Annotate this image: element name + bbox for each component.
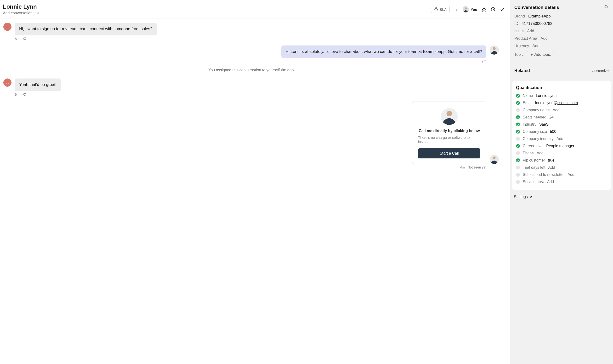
qualification-value: true [548, 158, 555, 162]
qualification-title: Qualification [516, 85, 607, 90]
qualification-label: Email [523, 101, 532, 105]
plus-icon [530, 53, 533, 56]
message-meta: 9m [3, 59, 486, 63]
message-inbound: LL Yeah that'd be great! [3, 78, 499, 91]
qualification-row[interactable]: Subscribed to newsletterAdd [516, 172, 607, 177]
qualification-label: Phone [523, 151, 534, 155]
arrow-up-right-icon [529, 195, 533, 199]
qualification-row[interactable]: IndustrySaaS [516, 122, 607, 127]
svg-point-1 [456, 8, 456, 8]
assignee-avatar [463, 6, 469, 13]
status-empty-icon [516, 166, 520, 169]
svg-rect-8 [24, 38, 26, 39]
stopwatch-icon [434, 7, 438, 12]
gear-icon [604, 5, 609, 10]
svg-point-2 [456, 9, 456, 10]
qualification-row[interactable]: PhoneAdd [516, 151, 607, 155]
detail-brand[interactable]: Brand ExampleApp [514, 14, 609, 18]
add-topic-button[interactable]: Add topic [527, 51, 554, 58]
qualification-row[interactable]: Trial days leftAdd [516, 165, 607, 170]
qualification-settings-link[interactable]: Settings [510, 193, 613, 203]
detail-topic[interactable]: Topic Add topic [514, 51, 609, 58]
close-conversation-button[interactable] [500, 7, 505, 12]
qualification-row[interactable]: Vip customertrue [516, 158, 607, 162]
conversation-title-input[interactable]: Add conversation title [3, 11, 40, 15]
status-done-icon [516, 144, 520, 148]
message-thread[interactable]: LL Hi, I want to sign up for my team, ca… [0, 18, 510, 364]
call-card-subtitle: There's no charge or software to install… [418, 135, 480, 143]
contact-name[interactable]: Lonnie Lynn [3, 3, 40, 10]
qualification-add-link[interactable]: Add [557, 137, 563, 141]
qualification-label: Career level [523, 144, 543, 148]
detail-issue[interactable]: Issue Add [514, 29, 609, 33]
qualification-add-link[interactable]: Add [553, 108, 559, 112]
start-call-button[interactable]: Start a Call [418, 148, 480, 158]
more-menu-button[interactable] [454, 7, 458, 12]
qualification-value: SaaS [539, 122, 549, 127]
add-product-area-link[interactable]: Add [540, 36, 547, 41]
detail-urgency[interactable]: Urgency Add [514, 44, 609, 48]
sla-button[interactable]: SLA [431, 6, 450, 13]
qualification-row[interactable]: Seats needed24 [516, 115, 607, 119]
snooze-button[interactable] [491, 7, 495, 12]
svg-point-10 [493, 47, 495, 50]
chat-icon [23, 93, 27, 96]
status-done-icon [516, 158, 520, 162]
status-done-icon [516, 130, 520, 133]
add-issue-link[interactable]: Add [527, 29, 534, 33]
qualification-label: Subscribed to newsletter [523, 172, 565, 177]
details-sidebar: Conversation details Brand ExampleApp ID… [510, 0, 613, 364]
person-icon [490, 155, 499, 164]
qualification-add-link[interactable]: Add [568, 172, 574, 177]
details-settings-button[interactable] [604, 5, 609, 10]
qualification-row[interactable]: NameLonnie Lynn [516, 93, 607, 98]
star-button[interactable] [481, 7, 486, 12]
qualification-label: Vip customer [523, 158, 545, 162]
svg-point-16 [606, 7, 607, 8]
add-urgency-link[interactable]: Add [532, 44, 539, 48]
qualification-add-link[interactable]: Add [547, 180, 554, 184]
detail-id[interactable]: ID 41717500000783 [514, 21, 609, 26]
svg-rect-11 [24, 93, 26, 95]
qualification-label: Company size [523, 130, 547, 134]
qualification-label: Service area [523, 180, 544, 184]
system-event: You assigned this conversation to yourse… [3, 68, 499, 72]
person-icon [463, 6, 469, 13]
svg-point-5 [465, 7, 467, 9]
qualification-add-link[interactable]: Add [548, 165, 555, 170]
message-meta: 6m · [15, 93, 499, 96]
customize-link[interactable]: Customize [592, 69, 609, 73]
assignee-picker[interactable]: You [463, 6, 477, 13]
qualification-row[interactable]: Company nameAdd [516, 108, 607, 112]
qualification-label: Name [523, 93, 533, 98]
contact-avatar: LL [3, 23, 12, 31]
message-bubble[interactable]: Hi, I want to sign up for my team, can I… [15, 23, 157, 35]
status-empty-icon [516, 173, 520, 177]
qualification-row[interactable]: Company size500 [516, 130, 607, 134]
qualification-row[interactable]: Service areaAdd [516, 180, 607, 184]
call-card-title: Call me directly by clicking below [419, 129, 480, 133]
call-card: Call me directly by clicking below There… [412, 101, 486, 164]
svg-marker-6 [482, 7, 486, 12]
message-inbound: LL Hi, I want to sign up for my team, ca… [3, 23, 499, 35]
message-outbound: Hi Lonnie, absolutely. I'd love to chat … [3, 45, 499, 58]
qualification-row[interactable]: Emaillonnie.lynn@csense.com [516, 101, 607, 105]
qualification-value: People manager [546, 144, 574, 148]
message-bubble[interactable]: Yeah that'd be great! [15, 78, 61, 91]
qualification-label: Industry [523, 122, 536, 127]
qualification-add-link[interactable]: Add [537, 151, 543, 155]
qualification-label: Company industry [523, 137, 554, 141]
message-outbound: Call me directly by clicking below There… [3, 101, 499, 164]
svg-point-13 [493, 156, 495, 159]
check-icon [500, 7, 505, 12]
detail-product-area[interactable]: Product Area Add [514, 36, 609, 41]
status-done-icon [516, 101, 520, 105]
qualification-value: 24 [549, 115, 554, 119]
call-card-avatar [441, 108, 458, 125]
qualification-row[interactable]: Career levelPeople manager [516, 144, 607, 148]
status-empty-icon [516, 108, 520, 112]
related-header: Related Customize [510, 64, 613, 77]
message-bubble[interactable]: Hi Lonnie, absolutely. I'd love to chat … [281, 45, 486, 58]
qualification-value: lonnie.lynn@csense.com [535, 101, 578, 105]
qualification-row[interactable]: Company industryAdd [516, 137, 607, 141]
